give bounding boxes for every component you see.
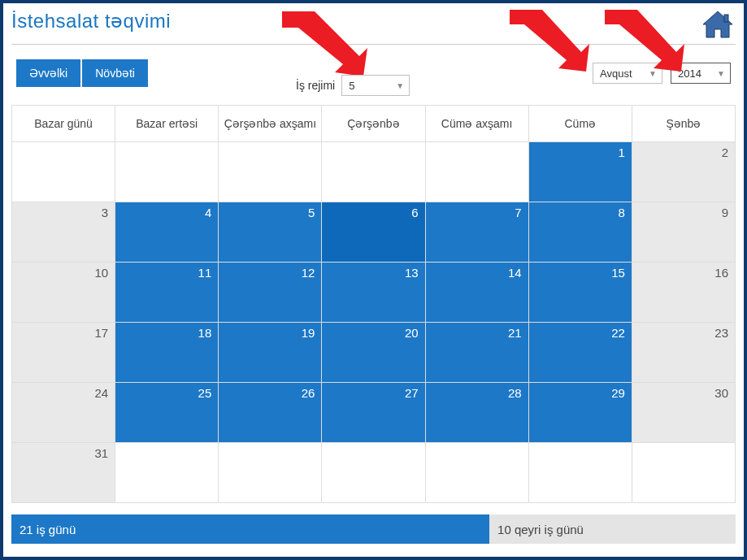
weekday-header: Şənbə [632,106,735,142]
calendar-cell[interactable]: 24 [12,383,115,443]
calendar-cell[interactable]: 29 [528,383,632,443]
calendar-cell[interactable]: 8 [528,202,632,263]
mode-value: 5 [349,80,354,92]
chevron-down-icon: ▼ [649,69,657,78]
calendar-cell [425,142,528,202]
calendar-cell [322,443,425,503]
calendar-cell[interactable]: 1 [528,142,632,202]
weekday-header: Cümə [528,106,632,142]
calendar-cell[interactable]: 6 [322,202,425,263]
svg-rect-4 [724,15,728,22]
calendar-cell[interactable]: 30 [632,383,735,443]
next-button[interactable]: Növbəti [82,59,148,87]
prev-button[interactable]: Əvvəlki [16,59,80,87]
year-select[interactable]: 2014 ▼ [671,63,731,84]
calendar-cell [219,142,322,202]
calendar-cell[interactable]: 18 [115,323,219,383]
calendar-cell[interactable]: 13 [322,263,425,323]
calendar-cell[interactable]: 20 [322,323,425,383]
home-icon[interactable] [700,10,736,41]
calendar-cell[interactable]: 5 [219,202,322,263]
workdays-count: 21 iş günü [11,514,489,544]
calendar-cell[interactable]: 7 [425,202,528,263]
calendar-cell[interactable]: 14 [425,263,528,323]
calendar-cell [322,142,425,202]
mode-label: İş rejimi [296,79,335,92]
calendar-cell[interactable]: 4 [115,202,219,263]
calendar-cell[interactable]: 10 [12,263,115,323]
chevron-down-icon: ▼ [396,81,404,90]
calendar-cell[interactable]: 31 [12,443,115,503]
calendar-cell[interactable]: 19 [219,323,322,383]
mode-select[interactable]: 5 ▼ [341,75,410,96]
calendar-cell[interactable]: 9 [632,202,735,263]
weekday-header: Bazar ertəsi [115,106,219,142]
weekday-header: Çərşənbə [322,106,425,142]
calendar-cell [115,443,219,503]
calendar-cell[interactable]: 22 [528,323,632,383]
calendar-cell[interactable]: 27 [322,383,425,443]
calendar-cell [219,443,322,503]
nonworkdays-count: 10 qeyri iş günü [489,514,736,544]
chevron-down-icon: ▼ [717,69,725,78]
calendar-cell[interactable]: 15 [528,263,632,323]
calendar-cell[interactable]: 3 [12,202,115,263]
calendar-cell [12,142,115,202]
weekday-header: Cümə axşamı [425,106,528,142]
month-value: Avqust [600,67,632,80]
summary-bar: 21 iş günü 10 qeyri iş günü [11,514,736,544]
year-value: 2014 [678,67,701,80]
calendar-cell[interactable]: 25 [115,383,219,443]
calendar-cell [425,443,528,503]
month-select[interactable]: Avqust ▼ [593,63,662,84]
page-title: İstehsalat təqvimi [11,10,171,33]
calendar-cell [528,443,632,503]
calendar-cell [115,142,219,202]
calendar-cell [632,443,735,503]
calendar-cell[interactable]: 17 [12,323,115,383]
calendar-cell[interactable]: 11 [115,263,219,323]
calendar-cell[interactable]: 21 [425,323,528,383]
calendar-cell[interactable]: 26 [219,383,322,443]
calendar-grid: Bazar günüBazar ertəsiÇərşənbə axşamıÇər… [11,105,736,503]
calendar-cell[interactable]: 16 [632,263,735,323]
weekday-header: Bazar günü [12,106,115,142]
calendar-cell[interactable]: 28 [425,383,528,443]
calendar-cell[interactable]: 12 [219,263,322,323]
weekday-header: Çərşənbə axşamı [219,106,322,142]
calendar-cell[interactable]: 2 [632,142,735,202]
calendar-cell[interactable]: 23 [632,323,735,383]
